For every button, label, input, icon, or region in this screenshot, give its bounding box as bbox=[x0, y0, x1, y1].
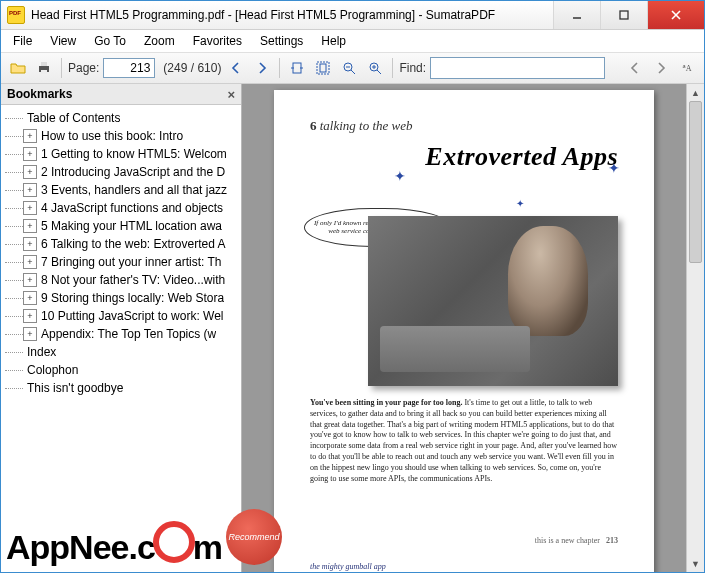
bookmark-label: 1 Getting to know HTML5: Welcom bbox=[41, 147, 227, 161]
expand-icon[interactable]: + bbox=[23, 291, 37, 305]
bookmark-label: Appendix: The Top Ten Topics (w bbox=[41, 327, 216, 341]
bookmark-item[interactable]: +9 Storing things locally: Web Stora bbox=[5, 289, 241, 307]
find-input[interactable] bbox=[430, 57, 605, 79]
document-viewer: 6 talking to the web ✦ ✦ ✦ Extroverted A… bbox=[242, 84, 704, 572]
toolbar: Page: (249 / 610) Find: ªA bbox=[1, 53, 704, 84]
menu-file[interactable]: File bbox=[5, 32, 40, 50]
svg-rect-6 bbox=[41, 70, 47, 74]
bookmark-label: 10 Putting JavaScript to work: Wel bbox=[41, 309, 224, 323]
expand-icon[interactable]: + bbox=[23, 273, 37, 287]
pdf-page: 6 talking to the web ✦ ✦ ✦ Extroverted A… bbox=[274, 90, 654, 572]
expand-icon[interactable]: + bbox=[23, 201, 37, 215]
find-prev-icon[interactable] bbox=[624, 57, 646, 79]
spark-icon: ✦ bbox=[608, 160, 620, 177]
page-photo bbox=[368, 216, 618, 386]
expand-icon[interactable]: + bbox=[23, 255, 37, 269]
menu-settings[interactable]: Settings bbox=[252, 32, 311, 50]
page-count: (249 / 610) bbox=[163, 61, 221, 75]
chapter-heading: 6 talking to the web bbox=[310, 118, 618, 134]
bookmark-label: 6 Talking to the web: Extroverted A bbox=[41, 237, 226, 251]
bookmark-item[interactable]: +1 Getting to know HTML5: Welcom bbox=[5, 145, 241, 163]
expand-icon[interactable]: + bbox=[23, 327, 37, 341]
bookmark-item[interactable]: +2 Introducing JavaScript and the D bbox=[5, 163, 241, 181]
spark-icon: ✦ bbox=[516, 198, 524, 209]
svg-line-12 bbox=[351, 70, 355, 74]
bookmark-label: This isn't goodbye bbox=[27, 381, 123, 395]
page-area[interactable]: 6 talking to the web ✦ ✦ ✦ Extroverted A… bbox=[242, 84, 686, 572]
scroll-up-icon[interactable]: ▲ bbox=[687, 84, 704, 101]
bookmarks-header: Bookmarks × bbox=[1, 84, 241, 105]
bookmark-item[interactable]: +5 Making your HTML location awa bbox=[5, 217, 241, 235]
bookmark-label: 9 Storing things locally: Web Stora bbox=[41, 291, 224, 305]
window-title: Head First HTML5 Programming.pdf - [Head… bbox=[31, 8, 553, 22]
fit-page-icon[interactable] bbox=[312, 57, 334, 79]
title-bar: Head First HTML5 Programming.pdf - [Head… bbox=[1, 1, 704, 30]
menu-view[interactable]: View bbox=[42, 32, 84, 50]
bookmark-item[interactable]: +8 Not your father's TV: Video...with bbox=[5, 271, 241, 289]
bookmark-label: 4 JavaScript functions and objects bbox=[41, 201, 223, 215]
page-label: Page: bbox=[68, 61, 99, 75]
menu-goto[interactable]: Go To bbox=[86, 32, 134, 50]
maximize-button[interactable] bbox=[600, 1, 647, 29]
expand-icon[interactable]: + bbox=[23, 129, 37, 143]
prev-page-icon[interactable] bbox=[225, 57, 247, 79]
bookmark-item[interactable]: Index bbox=[5, 343, 241, 361]
page-input[interactable] bbox=[103, 58, 155, 78]
bookmark-label: 7 Bringing out your inner artist: Th bbox=[41, 255, 222, 269]
bookmark-item[interactable]: This isn't goodbye bbox=[5, 379, 241, 397]
menu-zoom[interactable]: Zoom bbox=[136, 32, 183, 50]
svg-rect-5 bbox=[41, 62, 47, 66]
bookmark-item[interactable]: +Appendix: The Top Ten Topics (w bbox=[5, 325, 241, 343]
svg-rect-1 bbox=[620, 11, 628, 19]
bookmark-item[interactable]: +3 Events, handlers and all that jazz bbox=[5, 181, 241, 199]
next-page-icon[interactable] bbox=[251, 57, 273, 79]
expand-icon[interactable]: + bbox=[23, 309, 37, 323]
bookmarks-tree[interactable]: Table of Contents+How to use this book: … bbox=[1, 105, 241, 572]
minimize-button[interactable] bbox=[553, 1, 600, 29]
bookmark-label: Index bbox=[27, 345, 56, 359]
expand-icon[interactable]: + bbox=[23, 165, 37, 179]
expand-icon[interactable]: + bbox=[23, 237, 37, 251]
scroll-thumb[interactable] bbox=[689, 101, 702, 263]
bookmark-item[interactable]: +4 JavaScript functions and objects bbox=[5, 199, 241, 217]
expand-icon[interactable]: + bbox=[23, 147, 37, 161]
bookmarks-title: Bookmarks bbox=[7, 87, 72, 101]
close-panel-icon[interactable]: × bbox=[227, 87, 235, 102]
page-headline: Extroverted Apps bbox=[310, 142, 618, 172]
find-label: Find: bbox=[399, 61, 426, 75]
bookmark-item[interactable]: Table of Contents bbox=[5, 109, 241, 127]
app-icon bbox=[7, 6, 25, 24]
bookmark-label: Table of Contents bbox=[27, 111, 120, 125]
svg-line-16 bbox=[377, 70, 381, 74]
bookmark-label: 8 Not your father's TV: Video...with bbox=[41, 273, 225, 287]
zoom-out-icon[interactable] bbox=[338, 57, 360, 79]
window-controls bbox=[553, 1, 704, 29]
menu-help[interactable]: Help bbox=[313, 32, 354, 50]
bookmark-label: 5 Making your HTML location awa bbox=[41, 219, 222, 233]
zoom-in-icon[interactable] bbox=[364, 57, 386, 79]
svg-rect-7 bbox=[293, 63, 301, 73]
match-case-icon[interactable]: ªA bbox=[676, 57, 698, 79]
bookmark-label: 3 Events, handlers and all that jazz bbox=[41, 183, 227, 197]
bookmark-item[interactable]: +7 Bringing out your inner artist: Th bbox=[5, 253, 241, 271]
bookmark-item[interactable]: Colophon bbox=[5, 361, 241, 379]
bookmark-item[interactable]: +6 Talking to the web: Extroverted A bbox=[5, 235, 241, 253]
app-window: Head First HTML5 Programming.pdf - [Head… bbox=[0, 0, 705, 573]
open-icon[interactable] bbox=[7, 57, 29, 79]
expand-icon[interactable]: + bbox=[23, 183, 37, 197]
find-next-icon[interactable] bbox=[650, 57, 672, 79]
bookmark-item[interactable]: +10 Putting JavaScript to work: Wel bbox=[5, 307, 241, 325]
print-icon[interactable] bbox=[33, 57, 55, 79]
content-body: Bookmarks × Table of Contents+How to use… bbox=[1, 84, 704, 572]
bookmark-item[interactable]: +How to use this book: Intro bbox=[5, 127, 241, 145]
scroll-down-icon[interactable]: ▼ bbox=[687, 555, 704, 572]
page-paragraph: You've been sitting in your page for too… bbox=[310, 398, 618, 484]
page-footer: this is a new chapter 213 bbox=[310, 536, 618, 545]
bookmark-label: 2 Introducing JavaScript and the D bbox=[41, 165, 225, 179]
fit-width-icon[interactable] bbox=[286, 57, 308, 79]
vertical-scrollbar[interactable]: ▲ ▼ bbox=[686, 84, 704, 572]
expand-icon[interactable]: + bbox=[23, 219, 37, 233]
close-button[interactable] bbox=[647, 1, 704, 29]
menu-favorites[interactable]: Favorites bbox=[185, 32, 250, 50]
bookmark-label: How to use this book: Intro bbox=[41, 129, 183, 143]
